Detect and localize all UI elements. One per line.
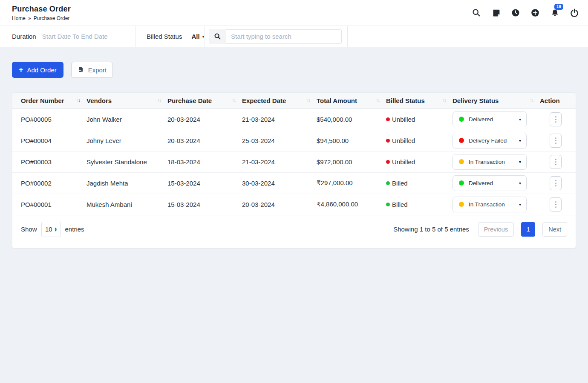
delivery-status-dropdown[interactable]: Delivered ▾ <box>453 175 527 191</box>
cell-delivery-status: Delivery Failed ▾ <box>453 130 540 151</box>
cell-total-amount: $540,000.00 <box>317 109 386 130</box>
column-header-order-number[interactable]: Order Number↑↓ <box>12 93 86 109</box>
billed-status-label: Billed <box>392 180 408 187</box>
billed-status-dot <box>386 117 390 121</box>
column-header-total-amount[interactable]: Total Amount↑↓ <box>317 93 386 109</box>
duration-label: Duration <box>12 33 36 40</box>
cell-total-amount: ₹4,860,000.00 <box>317 194 386 215</box>
sort-arrows-icon[interactable]: ↑↓ <box>530 98 533 103</box>
plus-icon: + <box>19 66 23 74</box>
column-header-purchase-date[interactable]: Purchase Date↑↓ <box>167 93 242 109</box>
cell-purchase-date: 15-03-2024 <box>167 172 242 194</box>
delivery-status-dot <box>459 117 464 122</box>
chevron-down-icon: ▾ <box>519 202 521 207</box>
breadcrumb-home[interactable]: Home <box>12 15 26 21</box>
billed-status-dot <box>386 203 390 206</box>
delivery-status-label: Delivered <box>469 180 514 186</box>
column-header-vendors[interactable]: Vendors↑↓ <box>86 93 167 109</box>
delivery-status-dropdown[interactable]: Delivered ▾ <box>453 111 527 127</box>
add-circle-icon[interactable] <box>530 8 540 18</box>
sort-arrows-icon[interactable]: ↑↓ <box>157 98 161 103</box>
row-actions-button[interactable] <box>550 112 562 126</box>
notification-badge: 19 <box>554 4 563 10</box>
row-actions-button[interactable] <box>550 155 562 169</box>
entries-label: entries <box>65 226 84 233</box>
cell-total-amount: $972,000.00 <box>317 151 386 172</box>
billed-status-filter: Billed Status All ▾ <box>135 26 205 47</box>
column-header-delivery-status[interactable]: Delivery Status↑↓ <box>453 93 540 109</box>
sort-arrows-icon[interactable]: ↑↓ <box>442 98 446 103</box>
notifications-bell-icon[interactable]: 19 <box>550 8 560 18</box>
search-icon[interactable] <box>471 8 481 18</box>
column-label: Order Number <box>21 97 64 104</box>
export-button[interactable]: Export <box>71 62 113 78</box>
billed-status-label: Unbilled <box>392 158 415 166</box>
add-order-button[interactable]: + Add Order <box>12 62 63 78</box>
power-icon[interactable] <box>569 8 579 18</box>
cell-action <box>540 109 576 130</box>
row-actions-button[interactable] <box>550 197 562 212</box>
cell-billed-status: Unbilled <box>386 130 453 151</box>
title-block: Purchase Order Home » Purchase Order <box>12 5 71 21</box>
table-row: PO#00002 Jagdish Mehta 15-03-2024 30-03-… <box>12 172 576 194</box>
previous-page-button[interactable]: Previous <box>478 222 514 237</box>
duration-filter: Duration <box>0 26 135 47</box>
delivery-status-dropdown[interactable]: Delivery Failed ▾ <box>453 133 527 149</box>
spinner-arrows-icon: ▴▾ <box>55 227 57 232</box>
cell-billed-status: Unbilled <box>386 151 453 172</box>
column-label: Expected Date <box>242 97 286 104</box>
column-header-expected-date[interactable]: Expected Date↑↓ <box>242 93 317 109</box>
clock-icon[interactable] <box>510 8 521 18</box>
cell-vendor: John Walker <box>86 109 167 130</box>
row-actions-button[interactable] <box>550 134 562 148</box>
table-row: PO#00003 Sylvester Standalone 18-03-2024… <box>12 151 576 172</box>
delivery-status-label: Delivery Failed <box>469 137 514 144</box>
topbar-icons: 19 <box>471 8 579 18</box>
page-size-value: 10 <box>45 226 52 233</box>
orders-table: Order Number↑↓Vendors↑↓Purchase Date↑↓Ex… <box>12 93 576 215</box>
cell-expected-date: 25-03-2024 <box>242 130 317 151</box>
sort-arrows-icon[interactable]: ↑↓ <box>376 98 379 103</box>
delivery-status-label: Delivered <box>469 116 514 123</box>
duration-range-input[interactable] <box>42 33 123 40</box>
page-size-select[interactable]: 10 ▴▾ <box>41 222 61 237</box>
note-icon[interactable] <box>491 8 501 18</box>
cell-order-number: PO#00003 <box>12 151 86 172</box>
breadcrumb-separator: » <box>28 15 31 21</box>
delivery-status-label: In Transaction <box>469 201 514 208</box>
table-row: PO#00004 Johny Lever 20-03-2024 25-03-20… <box>12 130 576 151</box>
sort-arrows-icon[interactable]: ↑↓ <box>76 98 80 103</box>
page-number-button[interactable]: 1 <box>521 222 535 237</box>
row-actions-button[interactable] <box>550 176 562 190</box>
chevron-down-icon: ▾ <box>519 117 521 122</box>
sort-arrows-icon[interactable]: ↑↓ <box>306 98 310 103</box>
table-row: PO#00005 John Walker 20-03-2024 21-03-20… <box>12 109 576 130</box>
cell-delivery-status: Delivered ▾ <box>453 109 540 130</box>
cell-total-amount: $94,500.00 <box>317 130 386 151</box>
delivery-status-dot <box>459 159 464 164</box>
next-page-button[interactable]: Next <box>542 222 567 237</box>
table-footer: Show 10 ▴▾ entries Showing 1 to 5 of 5 e… <box>12 215 576 248</box>
cell-order-number: PO#00001 <box>12 194 86 215</box>
billed-status-dropdown[interactable]: All ▾ <box>191 33 204 40</box>
column-header-billed-status[interactable]: Billed Status↑↓ <box>386 93 453 109</box>
billed-status-dot <box>386 181 390 185</box>
billed-status-label: Unbilled <box>392 116 415 123</box>
delivery-status-dropdown[interactable]: In Transaction ▾ <box>453 154 527 170</box>
cell-expected-date: 30-03-2024 <box>242 172 317 194</box>
delivery-status-dropdown[interactable]: In Transaction ▾ <box>453 197 527 212</box>
cell-billed-status: Unbilled <box>386 109 453 130</box>
column-label: Total Amount <box>317 97 357 104</box>
cell-order-number: PO#00004 <box>12 130 86 151</box>
column-label: Purchase Date <box>167 97 212 104</box>
search-group <box>209 29 342 44</box>
cell-vendor: Mukesh Ambani <box>86 194 167 215</box>
search-input[interactable] <box>226 29 342 44</box>
cell-purchase-date: 20-03-2024 <box>167 109 242 130</box>
cell-order-number: PO#00002 <box>12 172 86 194</box>
billed-status-filter-label: Billed Status <box>147 33 182 40</box>
sort-arrows-icon[interactable]: ↑↓ <box>232 98 235 103</box>
chevron-down-icon: ▾ <box>519 160 521 164</box>
cell-billed-status: Billed <box>386 194 453 215</box>
orders-table-card: Order Number↑↓Vendors↑↓Purchase Date↑↓Ex… <box>12 92 576 249</box>
